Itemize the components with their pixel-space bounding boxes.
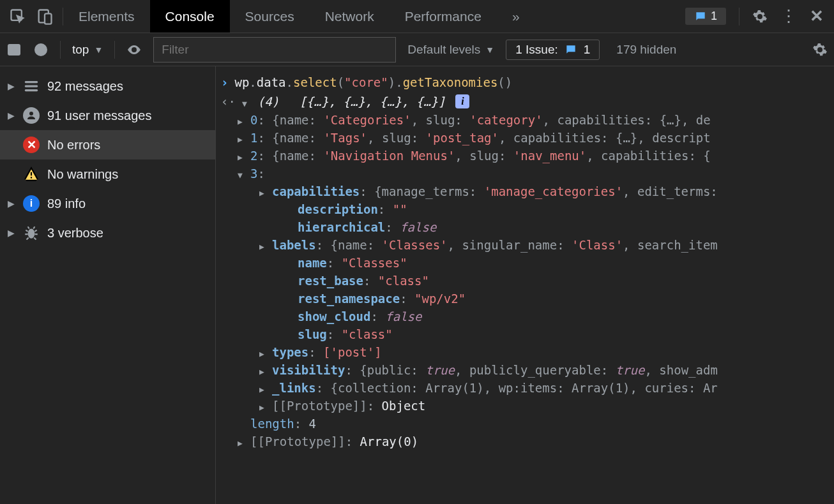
filter-container: [153, 37, 396, 63]
sidebar-toggle-icon[interactable]: [6, 42, 22, 57]
chat-icon: [694, 10, 707, 23]
eye-icon[interactable]: [126, 42, 142, 57]
array-length-prop: length: 4: [238, 415, 829, 433]
issue-label: 1 Issue:: [515, 43, 558, 57]
array-prototype[interactable]: ▶[[Prototype]]: Array(0): [238, 433, 829, 450]
tab-elements[interactable]: Elements: [63, 0, 150, 33]
svg-point-6: [28, 229, 35, 239]
separator: [60, 41, 61, 59]
tab-sources[interactable]: Sources: [230, 0, 310, 33]
separator: [114, 41, 115, 59]
level-label: Default levels: [407, 43, 480, 57]
prop-prototype[interactable]: ▶[[Prototype]]: Object: [259, 397, 829, 415]
console-result-header[interactable]: ‹· ▼ (4) [{…}, {…}, {…}, {…}] i: [221, 92, 829, 111]
prop-labels[interactable]: ▶labels: {name: 'Classes', singular_name…: [259, 236, 829, 254]
sidebar-item-user-messages[interactable]: ▶ 91 user messages: [0, 101, 215, 130]
clear-console-icon[interactable]: [33, 42, 49, 57]
svg-rect-3: [8, 45, 20, 55]
sidebar-label: 3 verbose: [47, 226, 103, 241]
expand-icon[interactable]: ▶: [238, 149, 246, 162]
info-badge-icon[interactable]: i: [455, 94, 469, 108]
expand-icon[interactable]: ▶: [238, 113, 246, 126]
array-preview: [{…}, {…}, {…}, {…}]: [299, 94, 446, 108]
console-command: wp.data.select("core").getTaxonomies(): [234, 75, 512, 89]
level-selector[interactable]: Default levels ▼: [407, 43, 494, 57]
tab-more[interactable]: »: [497, 0, 535, 33]
expand-icon[interactable]: ▶: [238, 434, 246, 448]
issues-summary[interactable]: 1 Issue: 1: [506, 40, 600, 60]
tab-console[interactable]: Console: [150, 0, 230, 33]
gear-icon[interactable]: [812, 42, 828, 57]
return-icon: ‹·: [221, 94, 236, 108]
prompt-icon: ›: [221, 75, 228, 89]
chevron-down-icon: ▼: [94, 45, 103, 55]
svg-rect-2: [45, 13, 52, 24]
context-value: top: [72, 43, 89, 57]
prop-name: name: "Classes": [259, 254, 829, 272]
expand-icon[interactable]: ▶: [259, 345, 268, 359]
filter-input[interactable]: [153, 37, 396, 63]
prop-description: description: "": [259, 200, 829, 218]
warning-icon: [23, 166, 40, 182]
issue-count: 1: [584, 43, 591, 57]
result-tree: ▶ 0: {name: 'Categories', slug: 'categor…: [221, 111, 829, 450]
separator: [739, 8, 739, 26]
devtools-tabbar: Elements Console Sources Network Perform…: [0, 0, 834, 33]
list-icon: [23, 78, 40, 94]
console-input-line[interactable]: › wp.data.select("core").getTaxonomies(): [221, 73, 829, 92]
caret-icon: ▶: [8, 110, 15, 121]
chevron-down-icon: ▼: [485, 45, 494, 55]
error-icon: ✕: [23, 137, 40, 153]
sidebar-label: 92 messages: [47, 79, 123, 94]
sidebar-item-verbose[interactable]: ▶ 3 verbose: [0, 218, 215, 248]
close-icon[interactable]: ✕: [810, 6, 824, 26]
context-selector[interactable]: top ▼: [72, 43, 103, 57]
sidebar-item-messages[interactable]: ▶ 92 messages: [0, 71, 215, 101]
kebab-menu-icon[interactable]: ⋮: [780, 6, 797, 26]
chat-icon: [565, 43, 577, 56]
bug-icon: [23, 225, 40, 241]
expand-icon[interactable]: ▶: [259, 363, 268, 376]
sidebar-item-warnings[interactable]: No warnings: [0, 159, 215, 189]
array-item-0[interactable]: ▶ 0: {name: 'Categories', slug: 'categor…: [238, 111, 829, 129]
prop-show-cloud: show_cloud: false: [259, 308, 829, 325]
collapse-icon[interactable]: ▼: [238, 167, 246, 180]
expand-icon[interactable]: ▶: [259, 381, 268, 394]
prop-rest-base: rest_base: "class": [259, 272, 829, 290]
gear-icon[interactable]: [752, 9, 768, 24]
prop-types[interactable]: ▶types: ['post']: [259, 343, 829, 361]
inspect-icon[interactable]: [9, 8, 27, 26]
prop-capabilities[interactable]: ▶capabilities: {manage_terms: 'manage_ca…: [259, 182, 829, 200]
array-length: (4): [257, 94, 279, 108]
caret-icon: ▶: [8, 81, 15, 91]
expand-icon[interactable]: ▶: [259, 399, 268, 412]
device-toggle-icon[interactable]: [36, 8, 54, 26]
array-item-1[interactable]: ▶ 1: {name: 'Tags', slug: 'post_tag', ca…: [238, 129, 829, 147]
user-icon: [23, 107, 40, 124]
sidebar-label: No errors: [47, 138, 100, 152]
tab-network[interactable]: Network: [310, 0, 390, 33]
sidebar-item-errors[interactable]: ✕ No errors: [0, 130, 215, 159]
issues-badge[interactable]: 1: [685, 8, 726, 25]
prop-visibility[interactable]: ▶visibility: {public: true, publicly_que…: [259, 361, 829, 379]
expand-icon[interactable]: ▼: [242, 95, 251, 108]
console-toolbar: top ▼ Default levels ▼ 1 Issue: 1 179 hi…: [0, 33, 834, 66]
expand-icon[interactable]: ▶: [259, 238, 268, 251]
tab-performance[interactable]: Performance: [390, 0, 497, 33]
array-item-3[interactable]: ▼ 3:: [238, 165, 829, 182]
svg-point-5: [29, 112, 33, 115]
expand-icon[interactable]: ▶: [238, 131, 246, 144]
sidebar-label: No warnings: [47, 167, 118, 182]
prop-slug: slug: "class": [259, 325, 829, 343]
expand-icon[interactable]: ▶: [259, 184, 268, 198]
sidebar: ▶ 92 messages ▶ 91 user messages ✕ No er…: [0, 66, 216, 504]
caret-icon: ▶: [8, 228, 15, 238]
array-item-2[interactable]: ▶ 2: {name: 'Navigation Menus', slug: 'n…: [238, 147, 829, 165]
sidebar-item-info[interactable]: ▶ i 89 info: [0, 189, 215, 218]
prop-links[interactable]: ▶_links: {collection: Array(1), wp:items…: [259, 379, 829, 397]
info-icon: i: [23, 195, 40, 212]
console-output: › wp.data.select("core").getTaxonomies()…: [216, 66, 834, 504]
prop-hierarchical: hierarchical: false: [259, 218, 829, 236]
hidden-count: 179 hidden: [616, 43, 676, 57]
issues-count: 1: [711, 10, 717, 23]
